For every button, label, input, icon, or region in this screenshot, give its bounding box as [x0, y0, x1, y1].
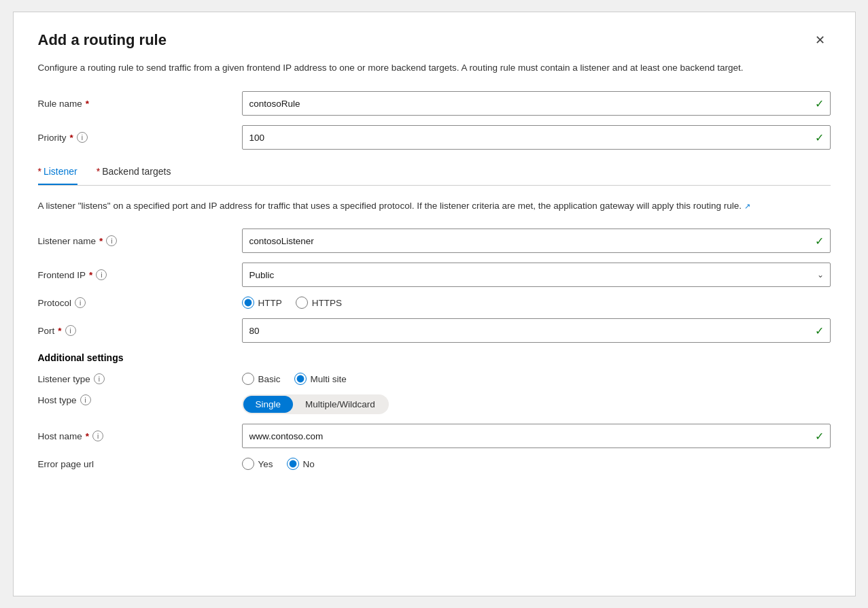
- priority-control: ✓: [242, 125, 831, 150]
- dialog-title: Add a routing rule: [38, 31, 167, 49]
- host-name-info-icon[interactable]: i: [92, 430, 103, 441]
- frontend-ip-row: Frontend IP * i Public Private ⌄: [38, 263, 831, 287]
- protocol-radio-group: HTTP HTTPS: [242, 297, 831, 309]
- priority-input[interactable]: [242, 125, 831, 150]
- close-button[interactable]: ✕: [810, 31, 831, 49]
- port-input[interactable]: [242, 318, 831, 343]
- priority-required: *: [70, 133, 73, 143]
- host-type-single-btn[interactable]: Single: [243, 396, 294, 413]
- dialog-header: Add a routing rule ✕: [38, 31, 831, 49]
- host-name-row: Host name * i ✓: [38, 424, 831, 448]
- listener-name-input[interactable]: [242, 229, 831, 253]
- host-type-toggle-group-wrapper: Single Multiple/Wildcard: [242, 394, 389, 414]
- host-name-label: Host name * i: [38, 430, 242, 441]
- error-page-yes-radio[interactable]: [242, 458, 254, 470]
- additional-settings-title: Additional settings: [38, 352, 831, 363]
- listener-type-info-icon[interactable]: i: [94, 373, 105, 384]
- external-link-icon[interactable]: ↗: [744, 201, 750, 212]
- listener-name-label: Listener name * i: [38, 235, 242, 246]
- host-type-label: Host type i: [38, 394, 242, 405]
- port-valid-icon: ✓: [815, 324, 824, 337]
- tab-listener[interactable]: *Listener: [38, 159, 77, 185]
- protocol-https-option[interactable]: HTTPS: [296, 297, 342, 309]
- error-page-url-label: Error page url: [38, 459, 242, 469]
- error-page-url-radio-group: Yes No: [242, 458, 831, 470]
- host-type-info-icon[interactable]: i: [80, 394, 91, 405]
- host-type-toggle-group: Single Multiple/Wildcard: [242, 394, 389, 414]
- protocol-https-radio[interactable]: [296, 297, 308, 309]
- error-page-no-radio[interactable]: [287, 458, 299, 470]
- listener-type-row: Listener type i Basic Multi site: [38, 373, 831, 385]
- listener-type-multisite-option[interactable]: Multi site: [294, 373, 347, 385]
- rule-name-control: ✓: [242, 91, 831, 116]
- protocol-row: Protocol i HTTP HTTPS: [38, 297, 831, 309]
- listener-name-info-icon[interactable]: i: [106, 235, 117, 246]
- error-page-no-option[interactable]: No: [287, 458, 315, 470]
- rule-name-row: Rule name * ✓: [38, 91, 831, 116]
- host-name-control: ✓: [242, 424, 831, 448]
- port-label: Port * i: [38, 325, 242, 336]
- listener-name-row: Listener name * i ✓: [38, 229, 831, 253]
- listener-name-valid-icon: ✓: [815, 235, 824, 248]
- listener-type-radio-group: Basic Multi site: [242, 373, 831, 385]
- listener-type-basic-option[interactable]: Basic: [242, 373, 281, 385]
- rule-name-required: *: [86, 99, 89, 109]
- protocol-http-radio[interactable]: [242, 297, 254, 309]
- rule-name-label: Rule name *: [38, 99, 242, 109]
- listener-type-basic-radio[interactable]: [242, 373, 254, 385]
- host-name-valid-icon: ✓: [815, 430, 824, 443]
- listener-description: A listener "listens" on a specified port…: [38, 199, 786, 214]
- rule-name-valid-icon: ✓: [815, 97, 824, 110]
- error-page-url-row: Error page url Yes No: [38, 458, 831, 470]
- protocol-http-option[interactable]: HTTP: [242, 297, 282, 309]
- tab-backend-targets[interactable]: *Backend targets: [97, 159, 171, 185]
- rule-name-input[interactable]: [242, 91, 831, 116]
- dialog-description: Configure a routing rule to send traffic…: [38, 61, 786, 75]
- priority-row: Priority * i ✓: [38, 125, 831, 150]
- error-page-yes-option[interactable]: Yes: [242, 458, 273, 470]
- frontend-ip-label: Frontend IP * i: [38, 269, 242, 280]
- priority-valid-icon: ✓: [815, 131, 824, 144]
- priority-info-icon[interactable]: i: [77, 132, 88, 143]
- port-row: Port * i ✓: [38, 318, 831, 343]
- host-type-row: Host type i Single Multiple/Wildcard: [38, 394, 831, 414]
- frontend-ip-info-icon[interactable]: i: [96, 269, 107, 280]
- host-type-wildcard-btn[interactable]: Multiple/Wildcard: [293, 396, 387, 413]
- protocol-info-icon[interactable]: i: [75, 297, 86, 308]
- port-control: ✓: [242, 318, 831, 343]
- frontend-ip-select[interactable]: Public Private: [242, 263, 831, 287]
- add-routing-rule-dialog: Add a routing rule ✕ Configure a routing…: [13, 12, 856, 596]
- frontend-ip-wrapper: Public Private ⌄: [242, 263, 831, 287]
- listener-type-label: Listener type i: [38, 373, 242, 384]
- listener-type-multisite-radio[interactable]: [294, 373, 307, 385]
- host-name-input[interactable]: [242, 424, 831, 448]
- port-info-icon[interactable]: i: [65, 325, 76, 336]
- listener-name-control: ✓: [242, 229, 831, 253]
- priority-label: Priority * i: [38, 132, 242, 143]
- tabs-container: *Listener *Backend targets: [38, 159, 831, 186]
- protocol-label: Protocol i: [38, 297, 242, 308]
